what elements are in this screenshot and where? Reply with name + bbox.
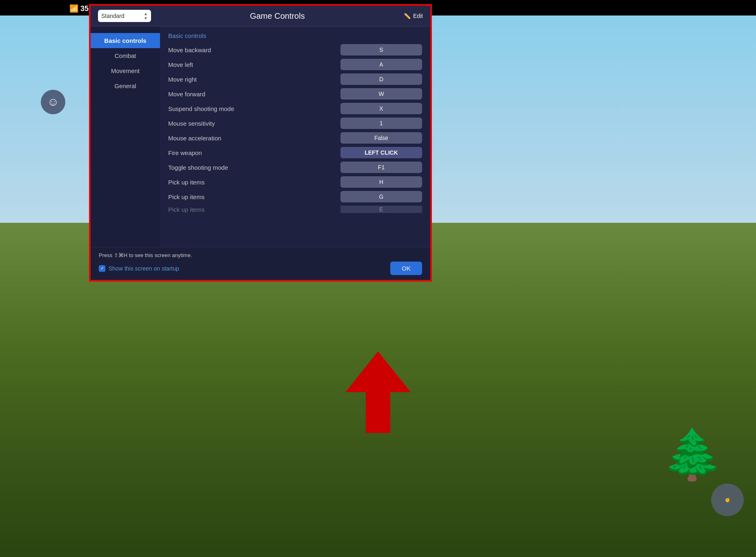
control-label-mouse-acceleration: Mouse acceleration xyxy=(168,135,340,142)
control-label-pick-up-items-g: Pick up items xyxy=(168,193,340,200)
sidebar: Basic controls Combat Movement General xyxy=(91,27,160,247)
control-key-move-backward[interactable]: S xyxy=(340,44,422,55)
ok-button[interactable]: OK xyxy=(390,262,422,275)
control-key-pick-up-items-h[interactable]: H xyxy=(340,176,422,188)
sidebar-label-basic-controls: Basic controls xyxy=(104,37,146,44)
control-label-move-forward: Move forward xyxy=(168,91,340,98)
control-row-mouse-acceleration: Mouse acceleration False xyxy=(168,132,422,144)
edit-label: Edit xyxy=(413,13,423,19)
control-key-suspend-shooting[interactable]: X xyxy=(340,103,422,114)
control-key-fire-weapon[interactable]: LEFT CLICK xyxy=(340,147,422,158)
preset-value: Standard xyxy=(101,13,141,19)
section-title: Basic controls xyxy=(168,32,422,39)
dialog-title: Game Controls xyxy=(151,11,404,21)
control-row-pick-up-items-h: Pick up items H xyxy=(168,176,422,188)
preset-arrows-icon: ▲ ▼ xyxy=(144,11,148,20)
background-tree: 🌲 xyxy=(662,426,723,484)
preset-selector[interactable]: Standard ▲ ▼ xyxy=(98,10,151,22)
control-label-suspend-shooting: Suspend shooting mode xyxy=(168,105,340,112)
control-row-pick-up-items-g: Pick up items G xyxy=(168,191,422,202)
control-row-move-right: Move right D xyxy=(168,73,422,85)
sidebar-label-movement: Movement xyxy=(111,67,140,74)
control-label-pick-up-items-e: Pick up items xyxy=(168,206,340,213)
control-label-move-left: Move left xyxy=(168,61,340,68)
control-row-toggle-shooting: Toggle shooting mode F1 xyxy=(168,162,422,173)
game-controls-dialog: Standard ▲ ▼ Game Controls ✏️ Edit Basic… xyxy=(91,6,430,280)
dialog-body: Basic controls Combat Movement General B… xyxy=(91,27,430,247)
svg-marker-0 xyxy=(345,351,411,433)
control-label-move-right: Move right xyxy=(168,76,340,83)
sidebar-item-general[interactable]: General xyxy=(91,78,160,93)
sidebar-item-movement[interactable]: Movement xyxy=(91,63,160,78)
control-label-fire-weapon: Fire weapon xyxy=(168,149,340,156)
control-key-toggle-shooting[interactable]: F1 xyxy=(340,162,422,173)
sidebar-label-general: General xyxy=(114,82,136,89)
control-row-suspend-shooting: Suspend shooting mode X xyxy=(168,103,422,114)
signal-number: 35 xyxy=(80,4,89,13)
control-key-pick-up-items-e[interactable]: E xyxy=(340,206,422,213)
control-key-mouse-sensitivity[interactable]: 1 xyxy=(340,118,422,129)
sidebar-item-basic-controls[interactable]: Basic controls xyxy=(91,33,160,48)
game-controls-dialog-wrapper: Standard ▲ ▼ Game Controls ✏️ Edit Basic… xyxy=(89,4,432,282)
control-label-pick-up-items-h: Pick up items xyxy=(168,179,340,186)
footer-hint: Press ⇧⌘H to see this screen anytime. xyxy=(99,252,422,258)
checkmark-icon: ✓ xyxy=(100,266,104,271)
control-label-toggle-shooting: Toggle shooting mode xyxy=(168,164,340,171)
edit-pencil-icon: ✏️ xyxy=(404,13,411,19)
fist-icon: ✊ xyxy=(725,498,730,502)
dialog-footer: Press ⇧⌘H to see this screen anytime. ✓ … xyxy=(91,247,430,280)
status-bar: 📶 35 xyxy=(69,4,89,13)
control-key-move-left[interactable]: A xyxy=(340,59,422,70)
red-arrow-indicator xyxy=(345,351,411,435)
control-key-move-forward[interactable]: W xyxy=(340,88,422,100)
control-key-pick-up-items-g[interactable]: G xyxy=(340,191,422,202)
control-label-mouse-sensitivity: Mouse sensitivity xyxy=(168,120,340,127)
control-row-fire-weapon: Fire weapon LEFT CLICK xyxy=(168,147,422,158)
control-row-move-backward: Move backward S xyxy=(168,44,422,55)
control-row-pick-up-items-e: Pick up items E xyxy=(168,206,422,213)
control-row-move-forward: Move forward W xyxy=(168,88,422,100)
show-on-startup-text: Show this screen on startup xyxy=(109,265,179,272)
sidebar-item-combat[interactable]: Combat xyxy=(91,48,160,63)
controls-panel: Basic controls Move backward S Move left xyxy=(160,27,430,247)
control-key-move-right[interactable]: D xyxy=(340,73,422,85)
show-on-startup-label[interactable]: ✓ Show this screen on startup xyxy=(99,265,179,272)
edit-button[interactable]: ✏️ Edit xyxy=(404,13,423,19)
show-on-startup-checkbox[interactable]: ✓ xyxy=(99,265,105,272)
control-label-move-backward: Move backward xyxy=(168,47,340,53)
wifi-icon: 📶 xyxy=(69,4,78,13)
control-row-move-left: Move left A xyxy=(168,59,422,70)
control-row-mouse-sensitivity: Mouse sensitivity 1 xyxy=(168,118,422,129)
hud-element: ✊ xyxy=(711,484,744,516)
smiley-button[interactable]: ☺ xyxy=(41,90,65,114)
footer-bottom: ✓ Show this screen on startup OK xyxy=(99,262,422,275)
control-key-mouse-acceleration[interactable]: False xyxy=(340,132,422,144)
sidebar-label-combat: Combat xyxy=(115,52,136,59)
dialog-header: Standard ▲ ▼ Game Controls ✏️ Edit xyxy=(91,6,430,27)
